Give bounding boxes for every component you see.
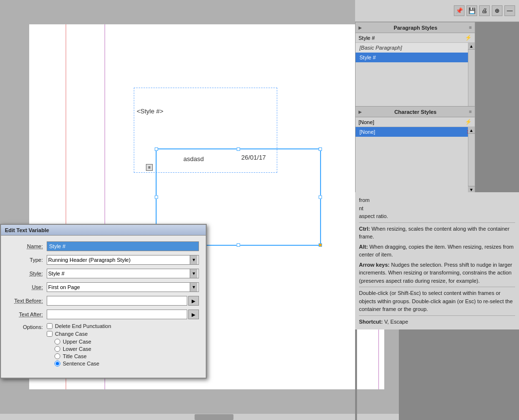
text-after-input[interactable]	[47, 310, 187, 319]
text-after-special-btn[interactable]: ▶	[188, 310, 199, 319]
print-icon: 🖨	[482, 7, 487, 14]
char-styles-header-icons: ≡	[469, 109, 472, 114]
style-select-arrow[interactable]: ▼	[190, 269, 197, 278]
text-before-row: Text Before: ▶	[8, 296, 199, 306]
title-case-radio[interactable]	[54, 353, 60, 359]
change-case-label: Change Case	[55, 331, 88, 337]
delete-end-punctuation-checkbox[interactable]	[47, 323, 53, 329]
lightning-icon[interactable]: ⚡	[465, 35, 472, 41]
pin-icon: 📌	[456, 7, 463, 14]
handle-ml[interactable]	[155, 196, 158, 199]
use-select-arrow[interactable]: ▼	[190, 283, 197, 292]
para-styles-list: [Basic Paragraph] Style #	[356, 43, 475, 62]
text-before-input[interactable]	[47, 296, 187, 306]
edit-text-variable-dialog: Edit Text Variable Name: Type: Running H…	[0, 224, 207, 379]
char-styles-content: [None] ✕ ▲ ▼	[356, 127, 475, 193]
sentence-case-radio[interactable]	[54, 361, 60, 366]
type-label: Type:	[8, 257, 47, 263]
para-styles-title: Paragraph Styles	[394, 25, 437, 31]
toolbar-btn-5[interactable]: —	[504, 5, 515, 16]
change-case-checkbox[interactable]	[47, 331, 53, 337]
plus-icon: ⊕	[495, 7, 500, 14]
char-collapse-arrow-icon[interactable]: ▶	[358, 110, 362, 114]
name-input[interactable]	[47, 241, 199, 251]
handle-tl[interactable]	[155, 147, 158, 151]
info-shortcut-row: Shortcut: V, Escape	[359, 318, 515, 326]
options-content: Delete End Punctuation Change Case Upper…	[47, 323, 199, 368]
style-item-basic-paragraph[interactable]: [Basic Paragraph]	[356, 43, 475, 53]
handle-tr[interactable]	[319, 147, 322, 151]
info-from: from	[359, 197, 370, 203]
char-panel-menu-icon[interactable]: ≡	[469, 109, 472, 114]
use-label: Use:	[8, 284, 47, 290]
frame-text-content: asdasd	[183, 155, 204, 163]
info-dbl-click: Double-click (or Shift-Esc) to select co…	[359, 289, 515, 313]
top-toolbar: 📌 💾 🖨 ⊕ —	[355, 0, 519, 22]
lower-case-radio[interactable]	[54, 346, 60, 352]
scroll-up-btn[interactable]: ▲	[468, 43, 475, 50]
info-alt-paragraph: Alt: When dragging, copies the item. Whe…	[359, 243, 515, 259]
use-row: Use: First on Page ▼	[8, 282, 199, 292]
char-scroll-up-btn[interactable]: ▲	[468, 127, 475, 134]
title-case-row: Title Case	[54, 353, 199, 359]
minus-icon: —	[507, 7, 513, 14]
text-before-input-group: ▶	[47, 296, 199, 306]
lower-case-row: Lower Case	[54, 346, 199, 352]
scrollbar-thumb[interactable]	[195, 414, 233, 420]
style-item-style-hash[interactable]: Style #	[356, 53, 475, 62]
info-separator2	[359, 287, 515, 287]
change-case-row: Change Case	[47, 331, 199, 337]
handle-tc[interactable]	[237, 147, 240, 151]
name-label: Name:	[8, 243, 47, 249]
text-before-label: Text Before:	[8, 298, 47, 304]
disk-icon: 💾	[468, 7, 476, 14]
horizontal-scrollbar[interactable]	[0, 413, 399, 420]
para-styles-header: ▶ Paragraph Styles ≡	[356, 22, 475, 33]
collapse-arrow-icon[interactable]: ▶	[358, 25, 362, 30]
panel-menu-icon[interactable]: ≡	[469, 25, 472, 30]
info-ctrl-label: Ctrl:	[359, 226, 370, 232]
use-select[interactable]: First on Page ▼	[47, 282, 199, 292]
type-row: Type: Running Header (Paragraph Style) ▼	[8, 255, 199, 265]
style-row: Style: Style # ▼	[8, 269, 199, 278]
upper-case-row: Upper Case	[54, 339, 199, 345]
thread-icon[interactable]: ≡	[146, 164, 153, 171]
type-select-value: Running Header (Paragraph Style)	[48, 257, 130, 263]
delete-end-punctuation-row: Delete End Punctuation	[47, 323, 199, 329]
text-after-row: Text After: ▶	[8, 310, 199, 319]
char-styles-title: Character Styles	[394, 109, 437, 115]
toolbar-btn-3[interactable]: 🖨	[479, 5, 490, 16]
info-shortcut-label: Shortcut:	[359, 319, 383, 325]
dialog-title-bar[interactable]: Edit Text Variable	[1, 225, 206, 236]
upper-case-radio[interactable]	[54, 339, 60, 345]
style-select[interactable]: Style # ▼	[47, 269, 199, 278]
style-select-value: Style #	[48, 271, 65, 276]
handle-bc[interactable]	[237, 243, 240, 247]
character-styles-panel: ▶ Character Styles ≡ [None] ⚡ [None] ✕ ▲…	[355, 106, 475, 204]
sentence-case-row: Sentence Case	[54, 361, 199, 366]
delete-end-punctuation-label: Delete End Punctuation	[55, 323, 111, 329]
char-scroll-down-btn[interactable]: ▼	[468, 186, 475, 193]
char-style-item-none[interactable]: [None] ✕	[356, 127, 475, 137]
toolbar-btn-1[interactable]: 📌	[454, 5, 465, 16]
type-select[interactable]: Running Header (Paragraph Style) ▼	[47, 255, 199, 265]
char-lightning-icon[interactable]: ⚡	[465, 119, 472, 125]
info-panel: from nt aspect ratio. Ctrl: When resizin…	[355, 192, 519, 329]
type-select-arrow[interactable]: ▼	[190, 256, 197, 264]
info-alt-label: Alt:	[359, 244, 368, 250]
char-styles-scrollbar[interactable]: ▲ ▼	[468, 127, 475, 193]
info-ctrl-paragraph: Ctrl: When resizing, scales the content …	[359, 225, 515, 241]
char-none-header: [None] ⚡	[356, 117, 475, 127]
para-styles-header-icons: ≡	[469, 25, 472, 30]
sentence-case-label: Sentence Case	[63, 361, 99, 366]
toolbar-btn-4[interactable]: ⊕	[492, 5, 502, 16]
toolbar-btn-2[interactable]: 💾	[466, 5, 477, 16]
char-styles-header: ▶ Character Styles ≡	[356, 107, 475, 117]
text-before-special-btn[interactable]: ▶	[188, 296, 199, 306]
handle-br[interactable]	[319, 243, 322, 247]
char-styles-list: [None] ✕	[356, 127, 475, 137]
style-label: Style #	[358, 35, 375, 41]
info-arrow-label: Arrow keys:	[359, 262, 390, 268]
handle-mr[interactable]	[319, 196, 322, 199]
info-separator3	[359, 315, 515, 316]
